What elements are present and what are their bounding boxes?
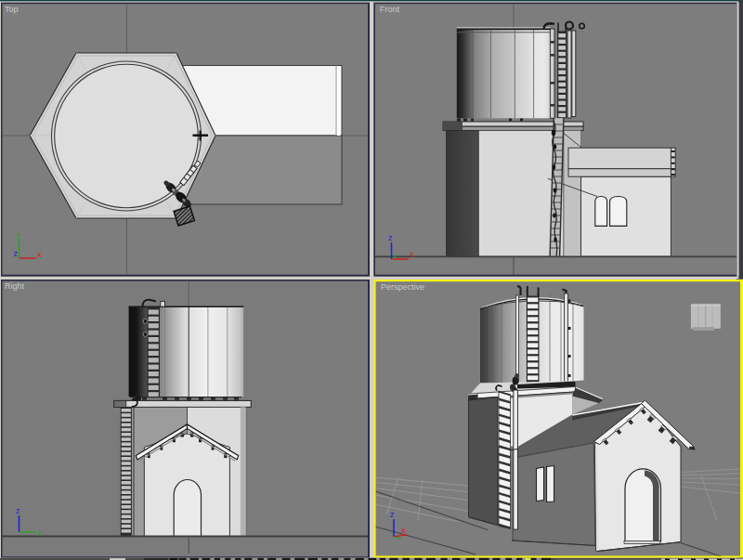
svg-text:z: z — [14, 249, 19, 258]
svg-text:y: y — [393, 251, 397, 259]
svg-text:x: x — [37, 528, 42, 538]
svg-text:y: y — [16, 230, 20, 240]
svg-text:x: x — [401, 526, 406, 535]
svg-text:x: x — [37, 250, 42, 259]
svg-text:Perspective: Perspective — [381, 282, 424, 292]
svg-text:z: z — [16, 506, 20, 515]
svg-text:Front: Front — [380, 5, 400, 14]
svg-text:z: z — [390, 510, 395, 519]
svg-text:z: z — [388, 233, 393, 242]
svg-text:x: x — [410, 250, 414, 259]
svg-text:Right: Right — [5, 281, 25, 291]
svg-text:Top: Top — [5, 5, 19, 14]
